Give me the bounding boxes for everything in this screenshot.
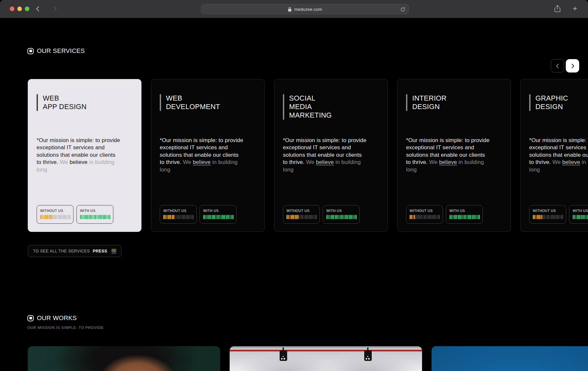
card-title-block: WEBAPP DESIGN <box>37 94 87 111</box>
title-accent-bar <box>283 94 284 120</box>
chevron-left-icon <box>35 6 41 12</box>
without-us-label: WITHOUT US <box>40 209 73 213</box>
url-text: meduzee.com <box>294 7 322 12</box>
reload-button[interactable] <box>400 7 406 12</box>
with-us-meter: WITH US <box>323 205 360 224</box>
service-card-title: SOCIALMEDIAMARKETING <box>289 94 332 120</box>
zoom-window-button[interactable] <box>25 7 29 11</box>
work-thumbnail-studio[interactable] <box>230 346 422 371</box>
title-accent-bar <box>37 94 38 111</box>
address-bar[interactable]: meduzee.com <box>201 4 409 14</box>
with-us-label: WITH US <box>80 209 113 213</box>
with-us-label: WITH US <box>449 209 482 213</box>
without-us-meter: WITHOUT US <box>529 205 566 224</box>
without-us-label: WITHOUT US <box>410 209 443 213</box>
card-title-block: GRAPHICDESIGN <box>529 94 568 111</box>
title-accent-bar <box>160 94 161 111</box>
service-card[interactable]: SOCIALMEDIAMARKETING *Our mission is sim… <box>274 79 388 232</box>
works-section-subtitle: OUR MISSION IS SIMPLE: TO PROVIDE <box>27 326 104 330</box>
comparison-meters: WITHOUT US WITH US <box>37 205 113 224</box>
browser-window: meduzee.com + OUR SERVICES <box>0 0 588 371</box>
meter-ticks <box>163 215 196 219</box>
works-section-title: OUR WORKS <box>37 315 77 322</box>
see-all-services-button[interactable]: TO SEE ALL THE SERVICES PRESS <box>28 245 122 257</box>
with-us-meter: WITH US <box>76 205 113 224</box>
works-section-header: OUR WORKS <box>27 315 77 322</box>
without-us-meter: WITHOUT US <box>37 205 74 224</box>
stage-light-icon <box>280 350 287 361</box>
work-thumbnail-portrait[interactable] <box>28 346 220 371</box>
section-marker-icon <box>27 48 34 54</box>
with-us-meter: WITH US <box>446 205 483 224</box>
with-us-label: WITH US <box>326 209 359 213</box>
comparison-meters: WITHOUT US WITH US <box>406 205 483 224</box>
forward-button[interactable] <box>51 5 59 13</box>
back-button[interactable] <box>34 5 42 13</box>
service-card-description: *Our mission is simple: to provide excep… <box>529 137 588 173</box>
traffic-lights <box>10 7 29 11</box>
works-gallery <box>28 346 588 371</box>
meter-ticks <box>573 215 588 219</box>
without-us-label: WITHOUT US <box>163 209 196 213</box>
carousel-navigation <box>551 59 579 73</box>
services-section-title: OUR SERVICES <box>37 47 85 55</box>
without-us-label: WITHOUT US <box>286 209 319 213</box>
carousel-prev-button[interactable] <box>551 59 564 73</box>
service-card-title: INTERIORDESIGN <box>412 94 447 111</box>
service-card[interactable]: WEBDEVELOPMENT *Our mission is simple: t… <box>151 79 265 232</box>
cta-prefix-label: TO SEE ALL THE SERVICES <box>33 249 90 253</box>
meter-ticks <box>203 215 236 219</box>
section-marker-icon <box>27 315 34 321</box>
with-us-label: WITH US <box>203 209 236 213</box>
service-card[interactable]: GRAPHICDESIGN *Our mission is simple: to… <box>520 79 588 232</box>
title-accent-bar <box>529 94 531 111</box>
comparison-meters: WITHOUT US WITH US <box>283 205 360 224</box>
chevron-right-icon <box>52 6 58 12</box>
service-card[interactable]: INTERIORDESIGN *Our mission is simple: t… <box>397 79 511 232</box>
chevron-right-icon <box>570 63 576 69</box>
card-title-block: INTERIORDESIGN <box>406 94 447 111</box>
service-card-description: *Our mission is simple: to provide excep… <box>283 137 367 173</box>
share-icon <box>554 5 561 12</box>
minimize-window-button[interactable] <box>17 7 22 11</box>
meter-ticks <box>326 215 359 219</box>
service-card-title: WEBAPP DESIGN <box>43 94 87 111</box>
share-button[interactable] <box>553 4 562 13</box>
without-us-meter: WITHOUT US <box>160 205 197 224</box>
with-us-meter: WITH US <box>569 205 588 224</box>
meter-ticks <box>449 215 482 219</box>
service-card-description: *Our mission is simple: to provide excep… <box>406 137 490 173</box>
service-card-title: WEBDEVELOPMENT <box>166 94 220 111</box>
cta-press-label: PRESS <box>93 249 107 253</box>
meter-ticks <box>533 215 566 219</box>
meter-ticks <box>40 215 73 219</box>
services-carousel: WEBAPP DESIGN *Our mission is simple: to… <box>28 79 588 232</box>
service-card-title: GRAPHICDESIGN <box>535 94 568 111</box>
card-title-block: SOCIALMEDIAMARKETING <box>283 94 332 120</box>
services-section-header: OUR SERVICES <box>27 47 85 55</box>
comparison-meters: WITHOUT US WITH US <box>160 205 237 224</box>
work-thumbnail-blue[interactable] <box>432 346 588 371</box>
service-card-description: *Our mission is simple: to provide excep… <box>37 137 120 173</box>
with-us-meter: WITH US <box>200 205 237 224</box>
without-us-meter: WITHOUT US <box>283 205 320 224</box>
with-us-label: WITH US <box>573 209 588 213</box>
card-title-block: WEBDEVELOPMENT <box>160 94 220 111</box>
close-window-button[interactable] <box>10 7 14 11</box>
lock-icon <box>288 7 292 12</box>
meter-ticks <box>410 215 443 219</box>
chevron-left-icon <box>555 63 561 69</box>
meter-ticks <box>286 215 319 219</box>
comparison-meters: WITHOUT US WITH US <box>529 205 588 224</box>
carousel-next-button[interactable] <box>566 59 579 73</box>
browser-toolbar: meduzee.com + <box>0 0 588 18</box>
menu-icon <box>111 249 116 253</box>
without-us-meter: WITHOUT US <box>406 205 443 224</box>
service-card[interactable]: WEBAPP DESIGN *Our mission is simple: to… <box>28 79 141 232</box>
service-card-description: *Our mission is simple: to provide excep… <box>160 137 243 173</box>
title-accent-bar <box>406 94 407 111</box>
plus-icon: + <box>573 5 577 12</box>
without-us-label: WITHOUT US <box>533 209 566 213</box>
stage-light-icon <box>364 350 372 361</box>
new-tab-button[interactable]: + <box>570 4 580 13</box>
